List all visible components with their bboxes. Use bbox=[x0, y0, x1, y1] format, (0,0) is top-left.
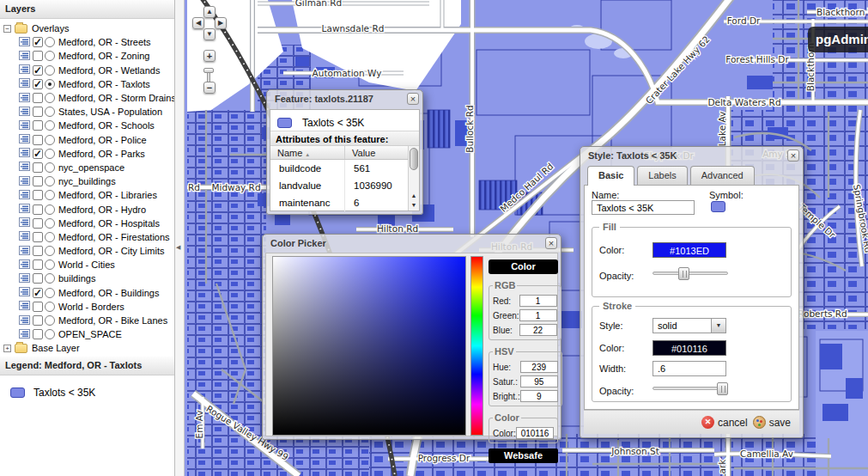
layer-row[interactable]: Medford, OR - Police bbox=[0, 133, 174, 147]
layer-row[interactable]: OPEN_SPACE bbox=[0, 327, 174, 341]
layer-row[interactable]: ✓Medford, OR - Parks bbox=[0, 147, 174, 161]
layer-select-radio[interactable] bbox=[45, 218, 55, 229]
base-layer-label[interactable]: Base Layer bbox=[32, 343, 80, 353]
layer-visibility-checkbox[interactable] bbox=[33, 246, 43, 256]
layer-row[interactable]: States, USA - Population bbox=[0, 105, 174, 119]
close-icon[interactable]: × bbox=[545, 237, 557, 249]
saturation-value-square[interactable] bbox=[272, 256, 466, 436]
layer-visibility-checkbox[interactable] bbox=[33, 176, 43, 186]
layer-row[interactable]: Medford, OR - Hospitals bbox=[0, 217, 174, 230]
saturation-field[interactable]: 95 bbox=[520, 375, 558, 388]
layer-select-radio[interactable] bbox=[45, 135, 55, 145]
layer-select-radio[interactable] bbox=[45, 302, 55, 312]
scroll-down-icon[interactable]: ▼ bbox=[409, 200, 419, 210]
layer-label[interactable]: Medford, OR - Taxlots bbox=[58, 79, 150, 89]
zoom-in-button[interactable]: + bbox=[203, 50, 215, 62]
layer-visibility-checkbox[interactable] bbox=[33, 315, 43, 326]
layer-label[interactable]: Medford, OR - Streets bbox=[58, 37, 151, 47]
layer-row[interactable]: Medford, OR - Zoning bbox=[0, 49, 174, 63]
column-header-name[interactable]: Name▲ bbox=[270, 146, 345, 159]
brightness-field[interactable]: 9 bbox=[520, 390, 558, 402]
layer-label[interactable]: Medford, OR - Hydro bbox=[58, 204, 146, 215]
layer-visibility-checkbox[interactable] bbox=[33, 190, 43, 200]
collapse-node-icon[interactable]: − bbox=[3, 25, 11, 33]
name-input[interactable]: Taxlots < 35K bbox=[592, 200, 695, 215]
layer-row[interactable]: Medford, OR - Storm Drains bbox=[0, 91, 174, 105]
layer-visibility-checkbox[interactable] bbox=[33, 51, 43, 61]
pan-right-button[interactable]: ▶ bbox=[215, 17, 227, 29]
layer-select-radio[interactable] bbox=[45, 149, 55, 159]
pgadmin-window-badge[interactable]: pgAdmin bbox=[808, 27, 868, 52]
fill-color-field[interactable]: #1013ED bbox=[653, 242, 726, 258]
layer-row[interactable]: Medford, OR - City Limits bbox=[0, 244, 174, 258]
close-icon[interactable]: × bbox=[787, 150, 799, 162]
layer-label[interactable]: Medford, OR - Storm Drains bbox=[58, 93, 174, 103]
tab-labels[interactable]: Labels bbox=[637, 166, 687, 185]
layer-row[interactable]: ✓Medford, OR - Taxlots bbox=[0, 77, 174, 91]
pan-down-button[interactable]: ▼ bbox=[203, 28, 215, 40]
layer-label[interactable]: Medford, OR - Schools bbox=[58, 120, 155, 131]
collapse-panel-icon[interactable]: ◀ bbox=[176, 244, 180, 251]
close-icon[interactable]: × bbox=[407, 93, 419, 105]
layer-visibility-checkbox[interactable] bbox=[33, 120, 43, 131]
layer-label[interactable]: OPEN_SPACE bbox=[58, 329, 122, 339]
layer-row[interactable]: buildings bbox=[0, 272, 174, 285]
layer-select-radio[interactable] bbox=[45, 259, 55, 270]
layer-visibility-checkbox[interactable] bbox=[33, 273, 43, 284]
layer-select-radio[interactable] bbox=[45, 246, 55, 256]
feature-window-title[interactable]: Feature: taxlots.21187 bbox=[267, 90, 422, 108]
hue-slider[interactable] bbox=[470, 256, 483, 436]
layer-row[interactable]: Medford, OR - Libraries bbox=[0, 188, 174, 202]
layer-label[interactable]: buildings bbox=[58, 273, 95, 284]
layer-row[interactable]: ✓Medford, OR - Streets bbox=[0, 35, 174, 49]
layer-select-radio[interactable] bbox=[45, 204, 55, 215]
hue-field[interactable]: 239 bbox=[520, 361, 558, 373]
layer-visibility-checkbox[interactable]: ✓ bbox=[33, 288, 43, 298]
layer-visibility-checkbox[interactable]: ✓ bbox=[33, 149, 43, 159]
layer-visibility-checkbox[interactable] bbox=[33, 232, 43, 242]
websafe-button[interactable]: Websafe bbox=[489, 449, 558, 463]
green-field[interactable]: 1 bbox=[519, 309, 557, 321]
layer-visibility-checkbox[interactable] bbox=[33, 93, 43, 103]
layer-label[interactable]: States, USA - Population bbox=[58, 107, 162, 117]
layer-select-radio[interactable] bbox=[45, 273, 55, 284]
layer-row[interactable]: World - Cities bbox=[0, 258, 174, 272]
table-scrollbar[interactable]: ▲ ▼ bbox=[408, 146, 419, 211]
expand-node-icon[interactable]: + bbox=[3, 345, 11, 352]
cancel-button[interactable]: ✕ cancel bbox=[701, 416, 748, 429]
hex-color-field[interactable]: 010116 bbox=[516, 427, 554, 439]
layer-label[interactable]: Medford, OR - Hospitals bbox=[58, 218, 160, 229]
layer-label[interactable]: Medford, OR - Libraries bbox=[58, 190, 157, 200]
layer-select-radio[interactable] bbox=[45, 315, 55, 326]
layer-visibility-checkbox[interactable] bbox=[33, 302, 43, 312]
style-dialog-title[interactable]: Style: Taxlots < 35K bbox=[580, 147, 803, 165]
layer-select-radio[interactable] bbox=[45, 288, 55, 298]
layer-select-radio[interactable] bbox=[45, 162, 55, 173]
layer-visibility-checkbox[interactable] bbox=[33, 259, 43, 270]
layer-row[interactable]: World - Borders bbox=[0, 300, 174, 314]
layer-label[interactable]: Medford, OR - City Limits bbox=[58, 246, 164, 256]
layer-select-radio[interactable] bbox=[45, 51, 55, 61]
chevron-down-icon[interactable]: ▼ bbox=[711, 319, 725, 333]
slider-track[interactable] bbox=[653, 272, 728, 275]
layer-label[interactable]: nyc_openspace bbox=[58, 162, 124, 173]
layer-visibility-checkbox[interactable]: ✓ bbox=[33, 37, 43, 47]
layer-row[interactable]: ✓Medford, OR - Wetlands bbox=[0, 64, 174, 77]
table-row[interactable]: landvalue1036990 bbox=[270, 177, 408, 194]
panel-splitter[interactable]: ◀ bbox=[175, 0, 185, 476]
slider-thumb[interactable] bbox=[678, 267, 689, 280]
layer-row[interactable]: ✓Medford, OR - Buildings bbox=[0, 286, 174, 300]
overlays-root-row[interactable]: − Overlays bbox=[0, 21, 174, 35]
layer-select-radio[interactable] bbox=[45, 65, 55, 76]
layer-visibility-checkbox[interactable] bbox=[33, 162, 43, 173]
layer-label[interactable]: Medford, OR - Bike Lanes bbox=[58, 315, 167, 326]
tab-advanced[interactable]: Advanced bbox=[690, 166, 755, 185]
layer-select-radio[interactable] bbox=[45, 37, 55, 47]
layer-visibility-checkbox[interactable] bbox=[33, 107, 43, 117]
layer-visibility-checkbox[interactable] bbox=[33, 218, 43, 229]
layer-select-radio[interactable] bbox=[45, 329, 55, 339]
base-layer-root-row[interactable]: + Base Layer bbox=[0, 341, 174, 355]
blue-field[interactable]: 22 bbox=[519, 324, 557, 336]
layer-select-radio[interactable] bbox=[45, 176, 55, 186]
layer-row[interactable]: nyc_openspace bbox=[0, 161, 174, 174]
